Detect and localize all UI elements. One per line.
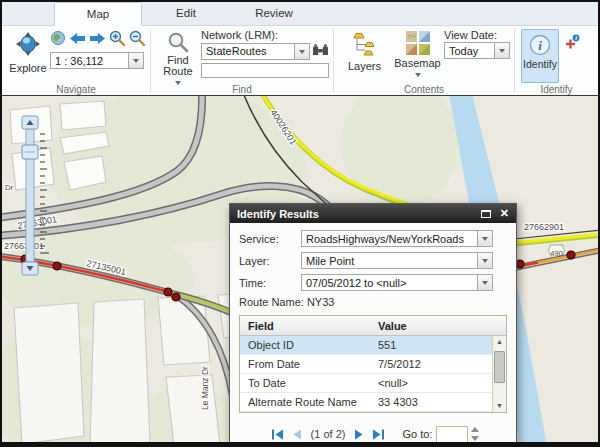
tab-map[interactable]: Map xyxy=(54,2,142,26)
scrollbar-thumb[interactable] xyxy=(494,351,505,383)
attributes-table: Field Value Object ID 551 From Date 7/5/… xyxy=(239,315,507,413)
view-date-dropdown-button[interactable] xyxy=(494,43,509,58)
layer-value: Mile Point xyxy=(306,255,354,267)
identify-route-characteristics-icon[interactable]: i xyxy=(564,34,580,83)
close-icon[interactable]: ✕ xyxy=(500,208,509,219)
chevron-down-icon xyxy=(482,237,488,244)
back-extent-arrow-icon[interactable] xyxy=(69,31,86,49)
group-label-identify: Identify xyxy=(515,84,598,95)
network-lrm-label: Network (LRM): xyxy=(201,29,329,41)
group-find: Find Route Network (LRM): StateRoutes F xyxy=(151,26,333,95)
group-label-contents: Contents xyxy=(334,84,514,95)
zoom-in-icon[interactable] xyxy=(109,30,126,51)
chevron-down-icon xyxy=(133,59,139,66)
layer-combobox[interactable]: Mile Point xyxy=(301,252,493,269)
next-page-button[interactable] xyxy=(354,429,364,440)
route-label-27662901: 27662901 xyxy=(524,222,564,232)
identify-button[interactable]: i Identify xyxy=(521,29,559,83)
spinner-down-icon[interactable] xyxy=(471,436,479,445)
map-scale-combobox[interactable]: 1 : 36,112 xyxy=(50,52,144,69)
cell-field: To Date xyxy=(240,377,372,389)
cell-value: 551 xyxy=(372,339,492,351)
last-page-button[interactable] xyxy=(372,429,385,440)
cell-value: 33 4303 xyxy=(372,396,492,408)
route-name-label: Route Name: xyxy=(239,296,304,308)
zoom-out-icon[interactable] xyxy=(129,30,146,51)
chevron-down-icon xyxy=(482,259,488,266)
goto-spinner[interactable] xyxy=(471,423,479,445)
dialog-title: Identify Results xyxy=(237,208,319,220)
svg-text:i: i xyxy=(538,38,542,53)
goto-page-input[interactable] xyxy=(436,426,468,443)
layers-label: Layers xyxy=(338,60,391,72)
basemap-button[interactable]: Basemap xyxy=(391,28,444,83)
cell-value: <null> xyxy=(372,377,492,389)
time-dropdown-button[interactable] xyxy=(477,275,492,290)
scroll-up-icon[interactable]: ▲ xyxy=(493,337,506,347)
basemap-label: Basemap xyxy=(391,57,444,69)
full-extent-globe-icon[interactable] xyxy=(50,30,66,50)
maximize-icon[interactable] xyxy=(481,210,491,218)
forward-extent-arrow-icon[interactable] xyxy=(89,31,106,49)
find-route-button[interactable]: Find Route xyxy=(155,28,201,83)
chevron-down-icon xyxy=(482,281,488,288)
service-combobox[interactable]: RoadsHighways/NewYorkRoads xyxy=(301,230,493,247)
table-row[interactable]: To Date <null> xyxy=(240,374,492,393)
group-label-navigate: Navigate xyxy=(2,84,150,95)
chevron-down-icon xyxy=(299,50,305,57)
previous-page-button[interactable] xyxy=(292,429,302,440)
scroll-down-icon[interactable]: ▼ xyxy=(493,401,506,411)
chevron-down-icon xyxy=(499,49,505,56)
map-scale-dropdown-button[interactable] xyxy=(128,53,143,68)
view-date-label: View Date: xyxy=(444,29,510,41)
cell-field: Object ID xyxy=(240,339,372,351)
view-date-value: Today xyxy=(449,45,478,57)
app-window: Map Edit Review Explore xyxy=(0,0,600,447)
time-combobox[interactable]: 07/05/2012 to <null> xyxy=(301,274,493,291)
binoculars-icon[interactable] xyxy=(312,42,329,60)
layers-icon xyxy=(352,48,378,60)
find-route-label-line2: Route xyxy=(155,66,201,77)
ribbon-tab-bar: Map Edit Review xyxy=(2,2,598,26)
ribbon: Explore xyxy=(2,26,598,95)
service-label: Service: xyxy=(239,233,301,245)
first-page-button[interactable] xyxy=(271,429,284,440)
map-scale-value: 1 : 36,112 xyxy=(55,55,103,67)
identify-button-label: Identify xyxy=(522,58,558,70)
network-lrm-dropdown-button[interactable] xyxy=(294,44,309,59)
explore-button[interactable]: Explore xyxy=(6,28,50,83)
cell-field: From Date xyxy=(240,358,372,370)
cell-value: 7/5/2012 xyxy=(372,358,492,370)
service-dropdown-button[interactable] xyxy=(477,231,492,246)
table-scrollbar[interactable]: ▲ ▼ xyxy=(492,336,506,412)
time-value: 07/05/2012 to <null> xyxy=(306,277,406,289)
page-indicator: (1 of 2) xyxy=(311,428,346,440)
table-row[interactable]: Alternate Route Name 33 4303 xyxy=(240,393,492,412)
route-input[interactable] xyxy=(201,63,329,78)
table-header-row: Field Value xyxy=(240,316,506,336)
identify-info-circle-icon: i xyxy=(529,46,551,58)
dialog-title-bar[interactable]: Identify Results ✕ xyxy=(230,204,516,223)
route-name-value: NY33 xyxy=(307,296,335,308)
view-date-combobox[interactable]: Today xyxy=(444,42,510,59)
table-row[interactable]: Object ID 551 xyxy=(240,336,492,355)
cell-field: Alternate Route Name xyxy=(240,396,372,408)
layer-dropdown-button[interactable] xyxy=(477,253,492,268)
spinner-up-icon[interactable] xyxy=(471,423,479,432)
network-lrm-combobox[interactable]: StateRoutes xyxy=(201,43,310,60)
route-label-27663101: 27663101 xyxy=(4,241,44,251)
layers-button[interactable]: Layers xyxy=(338,28,391,83)
time-label: Time: xyxy=(239,277,301,289)
group-navigate: Explore xyxy=(2,26,150,95)
group-label-find: Find xyxy=(151,84,333,95)
service-value: RoadsHighways/NewYorkRoads xyxy=(306,233,464,245)
table-row[interactable]: From Date 7/5/2012 xyxy=(240,355,492,374)
map-canvas[interactable]: 490 27663001 2766310 xyxy=(2,95,598,442)
tab-edit[interactable]: Edit xyxy=(142,2,230,25)
layer-label: Layer: xyxy=(239,255,301,267)
tab-review[interactable]: Review xyxy=(230,2,318,25)
explore-compass-icon xyxy=(15,43,41,60)
group-contents: Layers Basemap View Date: Today xyxy=(334,26,514,95)
basemap-icon xyxy=(406,45,430,57)
pagination-bar: (1 of 2) Go to: xyxy=(230,417,516,447)
